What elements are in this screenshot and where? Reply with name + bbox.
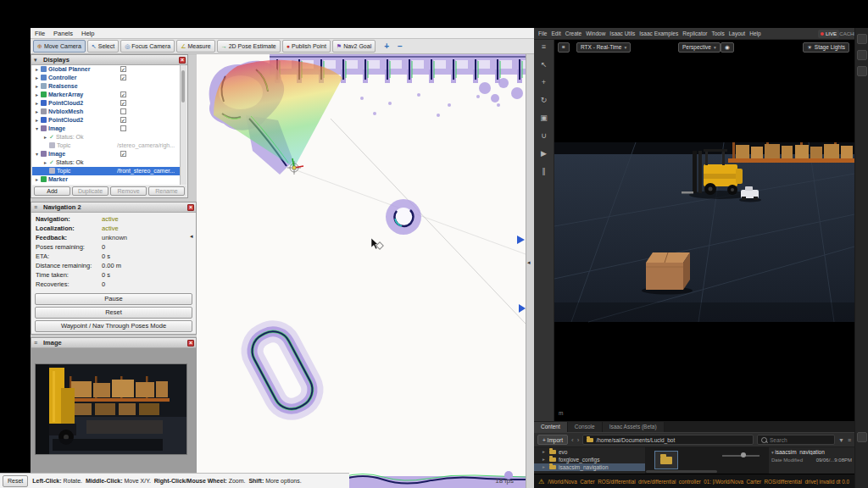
play-button[interactable]: ▶ [541,149,547,158]
menu-help[interactable]: Help [81,30,94,37]
viewport-menu-button[interactable]: ≡ [558,42,570,53]
close-icon[interactable]: × [187,204,194,211]
drag-handle-icon[interactable]: ≡ [34,338,37,348]
hamburger-menu-icon[interactable]: ≡ [542,42,546,51]
tab-content[interactable]: Content [534,422,568,432]
tool-select[interactable]: ↖Select [87,40,119,53]
menu-panels[interactable]: Panels [53,30,73,37]
capture-button[interactable]: ◉ [721,42,734,53]
slider-knob[interactable] [741,452,746,458]
reset-button[interactable]: Reset [3,475,28,487]
rename-button[interactable]: Rename [148,186,185,196]
isaac-menu-isaac-utils[interactable]: Isaac Utils [609,30,635,36]
visibility-checkbox[interactable]: ✓ [120,151,126,157]
image-panel-header[interactable]: ≡ Image × [31,338,196,348]
path-bar[interactable]: /home/sai/Documents/Lucid_bot [582,435,754,445]
isaac-menu-help[interactable]: Help [749,30,760,36]
rotate-tool-icon[interactable]: ↻ [541,96,548,104]
visibility-checkbox[interactable] [120,108,126,114]
pause-button[interactable]: ∥ [542,167,546,175]
move-tool-icon[interactable]: + [542,78,546,86]
console-warning-bar[interactable]: ⚠ /World/Nova_Carter_ROS/differential_dr… [534,474,854,488]
display-row-image[interactable]: ▾Image✓ [32,150,181,158]
visibility-checkbox[interactable]: ✓ [120,117,126,123]
collapse-arrow-icon[interactable]: ◂ [527,259,531,266]
pause-button[interactable]: Pause [35,293,192,305]
remove-button[interactable]: Remove [110,186,147,196]
display-row-status-ok[interactable]: ▸✓Status: Ok [32,158,181,167]
drag-handle-icon[interactable]: ≡ [34,202,37,213]
tree-item-foxglove-configs[interactable]: ▸foxglove_configs [534,456,645,463]
add-tool-button[interactable]: + [384,42,389,51]
visibility-checkbox[interactable]: ✓ [120,92,126,97]
tab-isaac-assets-beta[interactable]: Isaac Assets (Beta) [603,422,665,432]
tree-item-isaacsim-navigation[interactable]: ▸isaacsim_navigation [534,463,645,471]
display-row-marker[interactable]: ▸Marker [32,175,181,184]
select-tool-icon[interactable]: ↖ [541,60,548,69]
close-icon[interactable]: × [187,340,194,347]
display-row-nvbloxmesh[interactable]: ▸NvbloxMesh [32,108,181,116]
display-row-topic[interactable]: Topic/stereo_camera/righ... [32,141,181,150]
rviz-3d-viewport[interactable]: 18 fps [197,54,526,488]
visibility-checkbox[interactable]: ✓ [120,66,126,72]
back-arrow-icon[interactable]: ‹ [571,436,574,444]
duplicate-button[interactable]: Duplicate [72,186,108,196]
tool-focus-camera[interactable]: ◎Focus Camera [120,40,175,53]
visibility-checkbox[interactable] [120,125,126,131]
properties-panel-icon[interactable] [857,66,867,76]
tool-nav2-goal[interactable]: ⚑Nav2 Goal [332,40,376,53]
forward-arrow-icon[interactable]: › [577,436,580,444]
isaac-menu-window[interactable]: Window [586,30,605,36]
displays-scrollbar[interactable] [180,65,186,185]
isaac-menu-replicator[interactable]: Replicator [682,30,707,36]
stage-lights-dropdown[interactable]: ☀Stage Lights [803,42,849,53]
collapse-arrow-icon[interactable]: ◂ [190,233,193,240]
panel-collapse-icon[interactable]: ▾ [34,55,37,65]
snap-tool-icon[interactable]: ∪ [541,131,547,140]
displays-panel-header[interactable]: ▾ Displays × [31,55,187,65]
tree-item-evo[interactable]: ▸evo [534,448,645,456]
isaac-menu-file[interactable]: File [538,30,547,36]
navigation2-panel-header[interactable]: ≡ Navigation 2 × [31,202,196,213]
search-input[interactable]: Search [757,435,835,445]
visibility-checkbox[interactable]: ✓ [120,75,126,80]
renderer-dropdown[interactable]: RTX - Real-Time▾ [576,42,631,53]
display-row-topic[interactable]: Topic/front_stereo_camer... [32,167,181,175]
folder-tile[interactable] [654,451,678,469]
display-row-controller[interactable]: ▸Controller✓ [32,74,181,82]
display-row-status-ok[interactable]: ▸✓Status: Ok [32,133,181,141]
waypoint-mode-button[interactable]: Waypoint / Nav Through Poses Mode [35,320,192,332]
isaac-menu-layout[interactable]: Layout [729,30,746,36]
isaac-menu-create[interactable]: Create [565,30,582,36]
isaac-menu-edit[interactable]: Edit [551,30,560,36]
import-button[interactable]: + Import [537,435,568,445]
tool-publish-point[interactable]: ●Publish Point [282,40,331,53]
scale-tool-icon[interactable]: ▣ [540,114,548,122]
close-icon[interactable]: × [179,57,186,64]
display-row-pointcloud2[interactable]: ▸PointCloud2✓ [32,99,181,108]
menu-file[interactable]: File [35,30,45,37]
display-row-markerarray[interactable]: ▸MarkerArray✓ [32,91,181,99]
isaac-viewport[interactable]: ≡ RTX - Real-Time▾ Perspective▾ ◉ ☀Stage… [554,40,854,421]
tab-console[interactable]: Console [568,422,603,432]
display-row-realsense[interactable]: ▸Realsense [32,82,181,91]
live-indicator[interactable]: LIVE [818,30,839,38]
isaac-menu-tools[interactable]: Tools [711,30,724,36]
tool-move-camera[interactable]: ⊕Move Camera [33,40,86,53]
layers-panel-icon[interactable] [857,50,867,60]
panel-icon[interactable] [857,432,867,442]
list-view-icon[interactable]: ≡ [848,437,851,443]
tool-measure[interactable]: ∠Measure [176,40,215,53]
reset-button[interactable]: Reset [35,307,192,319]
display-row-global-planner[interactable]: ▸Global Planner✓ [32,65,181,74]
add-button[interactable]: Add [34,186,70,196]
display-row-image[interactable]: ▾Image [32,125,181,133]
tool-2d-pose-estimate[interactable]: →2D Pose Estimate [217,40,281,53]
isaac-menu-isaac-examples[interactable]: Isaac Examples [639,30,678,36]
visibility-checkbox[interactable]: ✓ [120,100,126,106]
filter-icon[interactable]: ▼ [838,437,844,443]
horizontal-scrollbar[interactable] [646,470,717,473]
stage-panel-icon[interactable] [857,34,867,44]
content-grid[interactable] [646,447,768,474]
remove-tool-button[interactable]: − [398,42,403,51]
